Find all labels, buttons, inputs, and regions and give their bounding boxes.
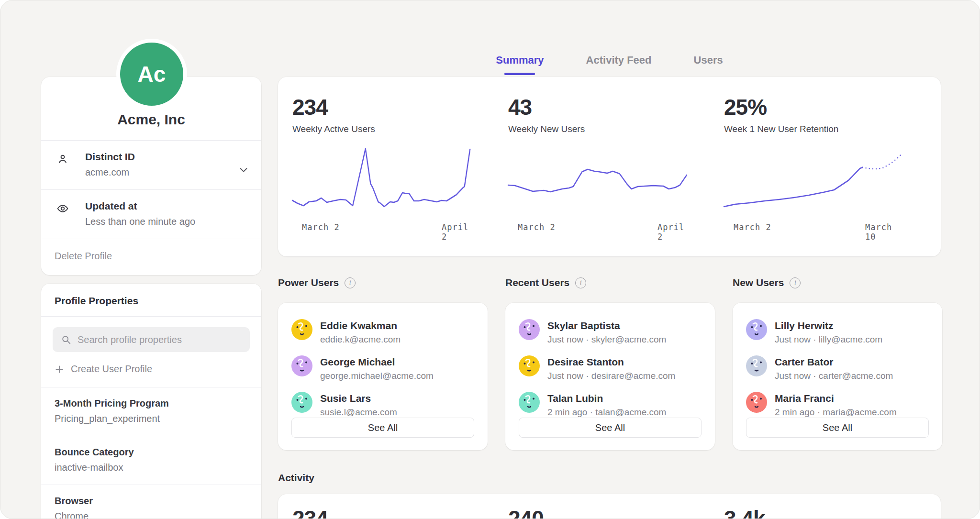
user-list-item[interactable]: Maria Franci2 min ago · maria@acme.com: [746, 392, 929, 418]
new-users-card: Lilly HerwitzJust now · lilly@acme.comCa…: [733, 303, 942, 450]
stat-label: Weekly Active Users: [292, 124, 471, 134]
property-value: inactive-mailbox: [55, 462, 248, 473]
x-axis-ticks: March 2 April 2: [292, 220, 471, 236]
avatar-face-icon: [746, 319, 767, 340]
tab-summary[interactable]: Summary: [496, 54, 544, 75]
info-icon[interactable]: i: [790, 277, 801, 288]
field-label: Distinct ID: [85, 151, 248, 163]
stat-value: 25%: [724, 94, 902, 120]
see-all-button[interactable]: See All: [291, 418, 474, 438]
recent-users-header: Recent Users i: [505, 277, 586, 288]
x-axis-ticks: March 2 March 10: [724, 220, 902, 236]
user-name: Eddie Kwakman: [320, 319, 401, 331]
user-subtext: Just now · skyler@acme.com: [547, 334, 666, 345]
user-text: George Michaelgeorge.michael@acme.com: [320, 355, 434, 381]
user-list-item[interactable]: Eddie Kwakmaneddie.k@acme.com: [291, 319, 474, 345]
activity-stat: 240: [508, 506, 687, 519]
property-row[interactable]: Bounce Category inactive-mailbox: [41, 436, 261, 485]
x-tick: March 10: [865, 222, 902, 242]
user-avatar-icon: [519, 355, 540, 376]
x-axis-ticks: March 2 April 2: [508, 220, 687, 236]
distinct-id-row[interactable]: Distinct ID acme.com: [41, 141, 261, 189]
see-all-button[interactable]: See All: [746, 418, 929, 438]
user-name: Lilly Herwitz: [775, 319, 882, 331]
user-name: Talan Lubin: [547, 392, 666, 404]
tab-label: Users: [694, 54, 723, 66]
section-title: Power Users: [278, 277, 339, 288]
x-tick: April 2: [657, 222, 687, 242]
create-user-profile-button[interactable]: Create User Profile: [41, 352, 261, 387]
user-text: Maria Franci2 min ago · maria@acme.com: [775, 392, 897, 418]
user-list-item[interactable]: Lilly HerwitzJust now · lilly@acme.com: [746, 319, 929, 345]
avatar-face-icon: [519, 392, 540, 413]
stat-value: 43: [508, 94, 687, 120]
search-input[interactable]: [78, 334, 250, 345]
tab-label: Summary: [496, 54, 544, 66]
field-value: acme.com: [85, 167, 248, 178]
weekly-active-users-metric: 234 Weekly Active Users March 2 April 2: [278, 77, 485, 256]
company-avatar-initials: Ac: [138, 61, 166, 87]
user-avatar-icon: [291, 355, 312, 376]
new-users-header: New Users i: [733, 277, 801, 288]
user-avatar-icon: [746, 392, 767, 413]
delete-profile-button[interactable]: Delete Profile: [41, 239, 261, 275]
user-avatar-icon: [291, 319, 312, 340]
week1-retention-chart: [724, 147, 902, 214]
search-profile-properties[interactable]: [53, 327, 250, 352]
user-subtext: 2 min ago · talan@acme.com: [547, 407, 666, 418]
user-name: Susie Lars: [320, 392, 397, 404]
user-list-item[interactable]: George Michaelgeorge.michael@acme.com: [291, 355, 474, 381]
info-icon[interactable]: i: [575, 277, 586, 288]
x-tick: March 2: [734, 222, 771, 232]
user-list-item[interactable]: Carter BatorJust now · carter@acme.com: [746, 355, 929, 381]
user-avatar-icon: [746, 319, 767, 340]
power-users-card: Eddie Kwakmaneddie.k@acme.comGeorge Mich…: [278, 303, 488, 450]
user-subtext: Just now · desirare@acme.com: [547, 371, 675, 381]
user-list-item[interactable]: Desirae StantonJust now · desirare@acme.…: [519, 355, 702, 381]
chevron-down-icon[interactable]: [238, 165, 249, 175]
activity-card: 234 240 3.4k: [278, 494, 941, 519]
avatar-face-icon: [519, 319, 540, 340]
info-icon[interactable]: i: [345, 277, 356, 288]
section-title: New Users: [733, 277, 784, 288]
user-avatar-icon: [519, 392, 540, 413]
property-value: Chrome: [55, 511, 248, 519]
user-name: Skylar Baptista: [547, 319, 666, 331]
avatar-face-icon: [291, 355, 312, 376]
activity-section-title: Activity: [278, 472, 314, 484]
field-label: Updated at: [85, 200, 248, 212]
user-list-item[interactable]: Talan Lubin2 min ago · talan@acme.com: [519, 392, 702, 418]
user-name: Maria Franci: [775, 392, 897, 404]
property-row[interactable]: 3-Month Pricing Program Pricing_plan_exp…: [41, 387, 261, 436]
user-text: Desirae StantonJust now · desirare@acme.…: [547, 355, 675, 381]
summary-metrics-card: 234 Weekly Active Users March 2 April 2 …: [278, 77, 941, 256]
updated-at-row: Updated at Less than one minute ago: [41, 190, 261, 239]
avatar-face-icon: [291, 392, 312, 413]
x-tick: March 2: [518, 222, 556, 232]
x-tick: April 2: [442, 222, 471, 242]
avatar-face-icon: [746, 392, 767, 413]
recent-users-card: Skylar BaptistaJust now · skyler@acme.co…: [505, 303, 715, 450]
power-users-header: Power Users i: [278, 277, 356, 288]
user-text: Eddie Kwakmaneddie.k@acme.com: [320, 319, 401, 345]
user-subtext: susie.l@acme.com: [320, 407, 397, 418]
tab-activity-feed[interactable]: Activity Feed: [586, 54, 652, 75]
tab-users[interactable]: Users: [694, 54, 723, 75]
profile-card: Acme, Inc Distinct ID acme.com: [41, 77, 261, 275]
user-subtext: 2 min ago · maria@acme.com: [775, 407, 897, 418]
profile-tabs: Summary Activity Feed Users: [278, 54, 941, 75]
property-label: Browser: [55, 496, 248, 507]
user-list-item[interactable]: Skylar BaptistaJust now · skyler@acme.co…: [519, 319, 702, 345]
property-row[interactable]: Browser Chrome: [41, 485, 261, 519]
user-avatar-icon: [746, 355, 767, 376]
user-subtext: eddie.k@acme.com: [320, 334, 401, 345]
see-all-button[interactable]: See All: [519, 418, 702, 438]
person-icon: [56, 153, 69, 166]
user-list-item[interactable]: Susie Larssusie.l@acme.com: [291, 392, 474, 418]
plus-icon: [55, 364, 64, 374]
avatar-face-icon: [291, 319, 312, 340]
user-text: Talan Lubin2 min ago · talan@acme.com: [547, 392, 666, 418]
profile-properties-card: Profile Properties Create User Profile 3…: [41, 284, 261, 519]
section-title: Recent Users: [505, 277, 569, 288]
user-name: Desirae Stanton: [547, 355, 675, 368]
